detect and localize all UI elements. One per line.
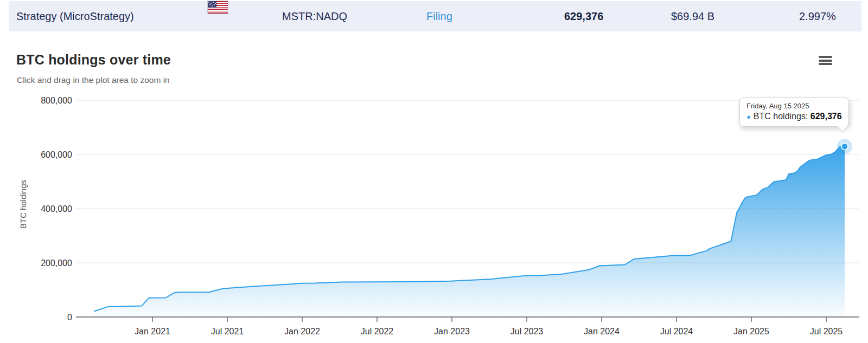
svg-text:Jul 2023: Jul 2023 <box>510 327 544 336</box>
svg-text:BTC holdings: BTC holdings <box>18 180 28 229</box>
svg-text:400,000: 400,000 <box>41 204 72 213</box>
btc-holdings-area-chart[interactable]: 0200,000400,000600,000800,000Jan 2021Jul… <box>0 87 868 343</box>
ticker-header: Strategy (MicroStrategy) MSTR:NADQ Filin… <box>9 1 861 31</box>
tooltip-value: 629,376 <box>810 112 842 121</box>
svg-text:Jan 2022: Jan 2022 <box>284 327 320 336</box>
svg-text:0: 0 <box>67 313 72 322</box>
hamburger-menu-icon[interactable] <box>819 56 832 67</box>
ticker-symbol: MSTR:NADQ <box>282 1 347 31</box>
series-marker-icon: ● <box>746 113 751 121</box>
svg-text:Jan 2023: Jan 2023 <box>434 327 470 336</box>
chart-tooltip: Friday, Aug 15 2025 ●BTC holdings: 629,3… <box>739 98 849 127</box>
supply-percent: 2.997% <box>799 1 836 31</box>
chart-subtitle: Click and drag in the plot area to zoom … <box>17 75 170 85</box>
svg-text:Jan 2024: Jan 2024 <box>584 327 620 336</box>
market-value: $69.94 B <box>671 1 714 31</box>
svg-text:Jul 2021: Jul 2021 <box>211 327 244 336</box>
tooltip-series-row: ●BTC holdings: 629,376 <box>746 112 842 121</box>
tooltip-series-label: BTC holdings: <box>754 112 808 121</box>
chart-title: BTC holdings over time <box>16 52 171 68</box>
tooltip-date: Friday, Aug 15 2025 <box>746 102 842 110</box>
btc-holdings-count: 629,376 <box>564 1 603 31</box>
svg-text:Jul 2025: Jul 2025 <box>810 327 843 336</box>
filing-link[interactable]: Filing <box>426 1 452 31</box>
svg-text:Jul 2024: Jul 2024 <box>660 327 693 336</box>
svg-text:Jan 2025: Jan 2025 <box>733 327 769 336</box>
svg-text:600,000: 600,000 <box>41 150 72 159</box>
us-flag-icon <box>208 1 228 14</box>
svg-text:Jan 2021: Jan 2021 <box>135 327 170 336</box>
svg-text:Jul 2022: Jul 2022 <box>361 327 394 336</box>
svg-text:200,000: 200,000 <box>41 258 72 268</box>
flag-canton <box>208 1 216 8</box>
company-name: Strategy (MicroStrategy) <box>16 1 134 31</box>
svg-text:800,000: 800,000 <box>41 96 72 105</box>
